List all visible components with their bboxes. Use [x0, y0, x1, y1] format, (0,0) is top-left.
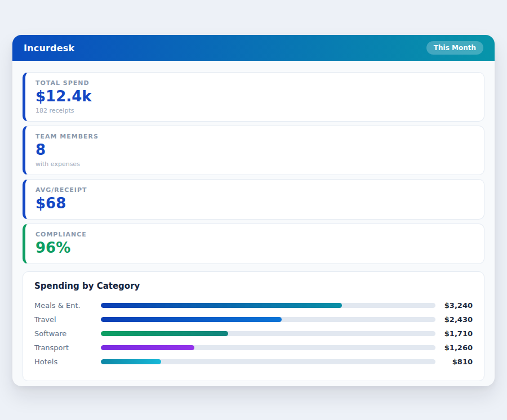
category-row: Hotels $810 [34, 355, 473, 369]
app-title: Incurdesk [24, 43, 74, 53]
dashboard-panel: Incurdesk This Month TOTAL SPEND $12.4k … [12, 35, 495, 386]
category-label: Transport [34, 343, 101, 352]
period-badge[interactable]: This Month [426, 41, 483, 55]
stat-card: TOTAL SPEND $12.4k 182 receipts [23, 72, 484, 122]
stat-value: 8 [35, 142, 474, 159]
category-label: Travel [34, 315, 101, 324]
stat-value: $68 [35, 195, 474, 212]
stat-subtext: 182 receipts [35, 107, 474, 114]
category-bar-fill [101, 331, 228, 336]
category-amount: $810 [435, 358, 473, 366]
category-row: Meals & Ent. $3,240 [34, 298, 473, 312]
category-amount: $3,240 [435, 301, 473, 310]
stat-card: COMPLIANCE 96% [23, 224, 484, 264]
stat-label: AVG/RECEIPT [35, 186, 474, 194]
category-bar-fill [101, 317, 282, 322]
category-bar-track [101, 331, 435, 336]
stat-card: TEAM MEMBERS 8 with expenses [23, 126, 484, 175]
stat-value: $12.4k [35, 88, 474, 105]
app-header: Incurdesk This Month [12, 35, 495, 61]
category-label: Software [34, 329, 101, 338]
category-bar-track [101, 345, 435, 350]
category-bar-fill [101, 359, 161, 364]
category-row: Software $1,710 [34, 327, 473, 341]
category-bar-fill [101, 303, 342, 308]
category-row: Transport $1,260 [34, 341, 473, 355]
stat-label: TOTAL SPEND [35, 79, 474, 87]
category-bar-fill [101, 345, 194, 350]
category-row: Travel $2,430 [34, 312, 473, 327]
stat-label: TEAM MEMBERS [35, 133, 474, 140]
dashboard-content: TOTAL SPEND $12.4k 182 receipts TEAM MEM… [12, 61, 495, 381]
stat-subtext: with expenses [35, 160, 474, 168]
category-amount: $1,710 [435, 329, 473, 338]
category-bar-track [101, 303, 435, 308]
stat-value: 96% [35, 240, 474, 257]
category-label: Meals & Ent. [34, 301, 101, 310]
stat-card: AVG/RECEIPT $68 [23, 179, 484, 220]
category-amount: $2,430 [435, 315, 473, 324]
category-bar-track [101, 359, 435, 364]
category-amount: $1,260 [435, 343, 473, 352]
category-bar-track [101, 317, 435, 322]
category-label: Hotels [34, 358, 101, 366]
spending-card-title: Spending by Category [34, 281, 473, 291]
stat-label: COMPLIANCE [35, 231, 474, 238]
spending-by-category-card: Spending by Category Meals & Ent. $3,240… [23, 271, 484, 381]
